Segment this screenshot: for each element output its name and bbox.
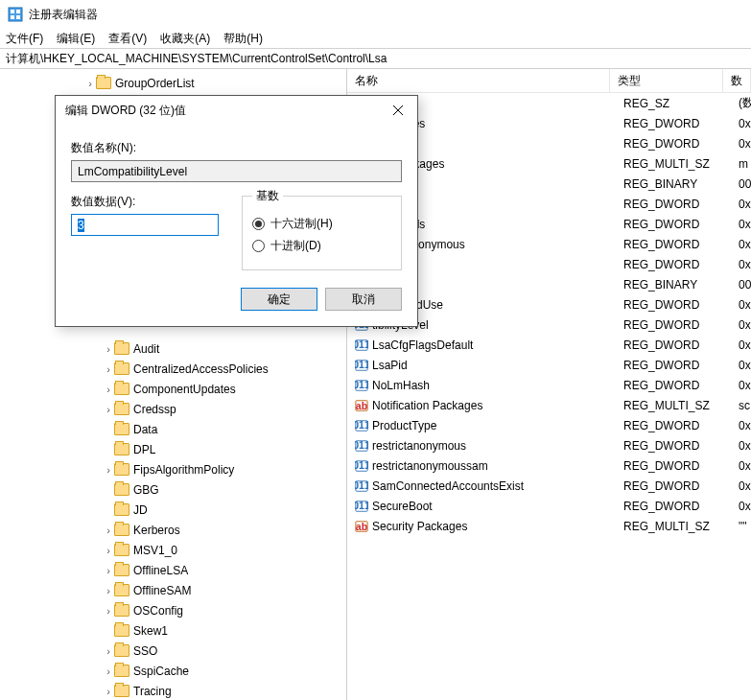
expander-icon[interactable]: › — [103, 565, 114, 576]
tree-node[interactable]: ›Tracing — [0, 681, 346, 700]
tree-node[interactable]: GBG — [0, 479, 346, 500]
tree-label: MSV1_0 — [133, 544, 177, 557]
tree-label: Data — [133, 423, 157, 436]
address-path: 计算机\HKEY_LOCAL_MACHINE\SYSTEM\CurrentCon… — [6, 51, 387, 67]
value-data: sc — [739, 399, 750, 412]
value-name: Notification Packages — [372, 399, 482, 412]
value-data: m — [739, 157, 748, 171]
expander-icon[interactable]: › — [103, 363, 114, 375]
value-name: restrictanonymoussam — [372, 459, 488, 473]
col-header-name[interactable]: 名称 — [347, 69, 610, 92]
tree-label: CentralizedAccessPolicies — [133, 362, 269, 376]
cancel-button[interactable]: 取消 — [325, 288, 402, 311]
radio-icon — [252, 240, 265, 252]
tree-label: Kerberos — [133, 524, 180, 537]
expander-icon[interactable]: › — [103, 464, 114, 476]
col-header-type[interactable]: 类型 — [610, 69, 723, 92]
value-type: REG_MULTI_SZ — [623, 157, 710, 171]
value-type: REG_DWORD — [623, 359, 699, 372]
value-name: Security Packages — [372, 520, 467, 533]
expander-icon[interactable]: › — [103, 343, 114, 355]
list-row[interactable]: 011restrictanonymousREG_DWORD0x — [347, 435, 751, 455]
list-row[interactable]: 011ProductTypeREG_DWORD0x — [347, 415, 751, 435]
expander-icon[interactable]: › — [103, 545, 114, 556]
tree-node[interactable]: › GroupOrderList — [0, 73, 346, 93]
menu-view[interactable]: 查看(V) — [108, 31, 147, 47]
tree-label: Tracing — [133, 685, 172, 698]
value-data-input[interactable] — [71, 214, 219, 236]
menu-favorites[interactable]: 收藏夹(A) — [160, 31, 210, 47]
folder-icon — [114, 443, 129, 455]
list-row[interactable]: 011SamConnectedAccountsExistREG_DWORD0x — [347, 476, 751, 496]
svg-text:011: 011 — [355, 500, 368, 511]
dialog-titlebar[interactable]: 编辑 DWORD (32 位)值 — [56, 96, 417, 125]
value-data: (数 — [739, 95, 751, 111]
tree-node[interactable]: ›SSO — [0, 641, 346, 661]
expander-icon[interactable]: › — [84, 78, 96, 89]
radio-dec[interactable]: 十进制(D) — [252, 238, 391, 254]
expander-icon[interactable]: › — [103, 645, 114, 657]
tree-label: SspiCache — [133, 665, 189, 678]
list-row[interactable]: abSecurity PackagesREG_MULTI_SZ"" — [347, 516, 751, 536]
col-header-data[interactable]: 数 — [723, 69, 751, 92]
menu-file[interactable]: 文件(F) — [6, 31, 43, 47]
value-type: REG_DWORD — [623, 439, 699, 453]
value-type: REG_DWORD — [623, 338, 699, 352]
expander-icon[interactable]: › — [103, 525, 114, 536]
tree-node[interactable]: ›Audit — [0, 338, 346, 359]
tree-node[interactable]: JD — [0, 500, 346, 520]
value-name: NoLmHash — [372, 379, 430, 392]
folder-icon — [114, 483, 129, 496]
tree-node[interactable]: ›Credssp — [0, 399, 346, 419]
value-type: REG_BINARY — [623, 177, 697, 191]
tree-node[interactable]: Skew1 — [0, 620, 346, 641]
radio-hex[interactable]: 十六进制(H) — [252, 216, 391, 232]
folder-icon — [114, 423, 129, 435]
menu-help[interactable]: 帮助(H) — [223, 31, 263, 47]
value-data: 0x — [739, 459, 751, 473]
tree-node[interactable]: ›CentralizedAccessPolicies — [0, 359, 346, 379]
value-type: REG_DWORD — [623, 500, 699, 513]
value-type: REG_SZ — [623, 97, 669, 110]
list-row[interactable]: 011LsaPidREG_DWORD0x — [347, 355, 751, 375]
svg-text:011: 011 — [355, 459, 368, 471]
expander-icon[interactable]: › — [103, 404, 114, 415]
expander-icon[interactable]: › — [103, 585, 114, 596]
expander-icon[interactable]: › — [103, 605, 114, 617]
tree-node[interactable]: ›ComponentUpdates — [0, 379, 346, 399]
svg-text:011: 011 — [355, 419, 368, 431]
value-data: 0x — [739, 218, 751, 231]
dialog-close-button[interactable] — [379, 97, 417, 124]
tree-label: GBG — [133, 483, 159, 497]
address-bar[interactable]: 计算机\HKEY_LOCAL_MACHINE\SYSTEM\CurrentCon… — [0, 48, 751, 69]
value-type: REG_DWORD — [623, 479, 699, 493]
tree-node[interactable]: ›MSV1_0 — [0, 540, 346, 560]
expander-icon[interactable]: › — [103, 665, 114, 677]
tree-label: ComponentUpdates — [133, 383, 236, 396]
value-type: REG_MULTI_SZ — [623, 520, 710, 533]
ok-button[interactable]: 确定 — [241, 288, 317, 311]
expander-icon[interactable]: › — [103, 686, 114, 697]
tree-node[interactable]: DPL — [0, 439, 346, 459]
menu-edit[interactable]: 编辑(E) — [57, 31, 95, 47]
list-row[interactable]: abNotification PackagesREG_MULTI_SZsc — [347, 395, 751, 415]
value-type: REG_DWORD — [623, 137, 699, 151]
value-data: 0x — [739, 439, 751, 453]
tree-node[interactable]: ›OSConfig — [0, 600, 346, 620]
list-row[interactable]: 011restrictanonymoussamREG_DWORD0x — [347, 455, 751, 476]
tree-node[interactable]: ›FipsAlgorithmPolicy — [0, 459, 346, 479]
folder-icon — [114, 383, 129, 395]
list-row[interactable]: 011LsaCfgFlagsDefaultREG_DWORD0x — [347, 335, 751, 355]
tree-node[interactable]: ›OfflineSAM — [0, 580, 346, 600]
value-data: 0x — [739, 419, 751, 432]
expander-icon[interactable]: › — [103, 384, 114, 395]
tree-node[interactable]: ›Kerberos — [0, 520, 346, 540]
tree-node[interactable]: ›OfflineLSA — [0, 560, 346, 580]
value-name: SamConnectedAccountsExist — [372, 479, 524, 493]
list-row[interactable]: 011NoLmHashREG_DWORD0x — [347, 375, 751, 395]
tree-node[interactable]: Data — [0, 419, 346, 439]
tree-node[interactable]: ›SspiCache — [0, 661, 346, 681]
svg-text:011: 011 — [355, 439, 368, 451]
folder-icon — [114, 544, 129, 556]
list-row[interactable]: 011SecureBootREG_DWORD0x — [347, 496, 751, 516]
